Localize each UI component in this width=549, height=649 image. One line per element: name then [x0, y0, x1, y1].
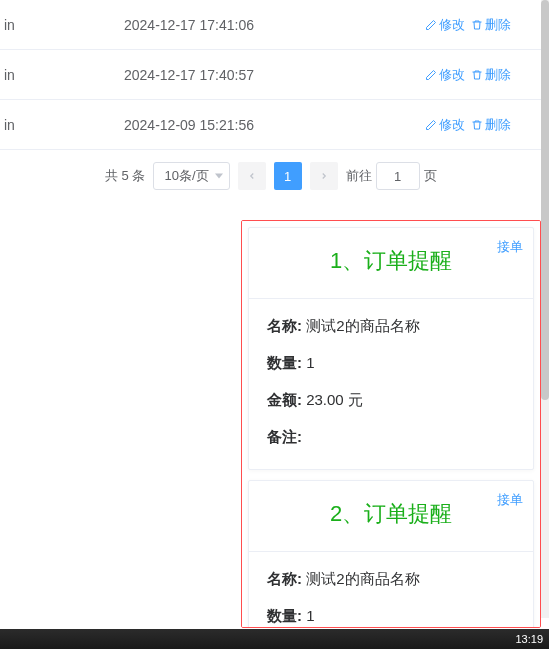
pagination: 共 5 条 10条/页 1 前往 页 — [105, 150, 549, 190]
field-value-qty: 1 — [306, 607, 314, 624]
jump-suffix: 页 — [424, 167, 437, 185]
cell-actions: 修改 删除 — [425, 16, 545, 34]
cell-left: in — [4, 67, 124, 83]
table-row: in 2024-12-09 15:21:56 修改 删除 — [0, 100, 549, 150]
edit-label: 修改 — [439, 16, 465, 34]
status-time: 13:19 — [515, 633, 543, 645]
delete-label: 删除 — [485, 16, 511, 34]
order-body: 名称: 测试2的商品名称 数量: 1 金额: 23.00 元 备注: — [249, 299, 533, 469]
cell-actions: 修改 删除 — [425, 116, 545, 134]
table-row: in 2024-12-17 17:41:06 修改 删除 — [0, 0, 549, 50]
field-value-qty: 1 — [306, 354, 314, 371]
delete-button[interactable]: 删除 — [471, 16, 511, 34]
delete-label: 删除 — [485, 116, 511, 134]
edit-button[interactable]: 修改 — [425, 116, 465, 134]
field-label-qty: 数量: — [267, 607, 302, 624]
cell-left: in — [4, 17, 124, 33]
delete-button[interactable]: 删除 — [471, 66, 511, 84]
order-notify-inner: 1、订单提醒 接单 名称: 测试2的商品名称 数量: 1 金额: 23.00 元… — [242, 221, 540, 628]
edit-label: 修改 — [439, 66, 465, 84]
field-label-name: 名称: — [267, 317, 302, 334]
cell-date: 2024-12-09 15:21:56 — [124, 117, 425, 133]
order-field-name: 名称: 测试2的商品名称 — [267, 570, 515, 589]
edit-icon — [425, 69, 437, 81]
status-bar: 13:19 — [0, 629, 549, 649]
table-row: in 2024-12-17 17:40:57 修改 删除 — [0, 50, 549, 100]
prev-page-button[interactable] — [238, 162, 266, 190]
data-table: in 2024-12-17 17:41:06 修改 删除 in 2024-12-… — [0, 0, 549, 150]
field-value-name: 测试2的商品名称 — [306, 317, 419, 334]
delete-button[interactable]: 删除 — [471, 116, 511, 134]
accept-order-button[interactable]: 接单 — [497, 491, 523, 509]
next-page-button[interactable] — [310, 162, 338, 190]
order-field-amount: 金额: 23.00 元 — [267, 391, 515, 410]
edit-button[interactable]: 修改 — [425, 16, 465, 34]
cell-left: in — [4, 117, 124, 133]
order-title: 2、订单提醒 — [330, 501, 452, 526]
order-notify-panel[interactable]: 1、订单提醒 接单 名称: 测试2的商品名称 数量: 1 金额: 23.00 元… — [241, 220, 541, 628]
order-title: 1、订单提醒 — [330, 248, 452, 273]
chevron-right-icon — [319, 171, 329, 181]
cell-date: 2024-12-17 17:41:06 — [124, 17, 425, 33]
cell-actions: 修改 删除 — [425, 66, 545, 84]
delete-label: 删除 — [485, 66, 511, 84]
edit-label: 修改 — [439, 116, 465, 134]
order-header: 1、订单提醒 接单 — [249, 228, 533, 299]
page-number-current[interactable]: 1 — [274, 162, 302, 190]
trash-icon — [471, 69, 483, 81]
page-size-label: 10条/页 — [164, 167, 208, 185]
order-field-remark: 备注: — [267, 428, 515, 447]
page-scrollbar-track[interactable] — [541, 0, 549, 618]
field-label-name: 名称: — [267, 570, 302, 587]
jump-prefix: 前往 — [346, 167, 372, 185]
cell-date: 2024-12-17 17:40:57 — [124, 67, 425, 83]
page-size-select[interactable]: 10条/页 — [153, 162, 229, 190]
accept-order-button[interactable]: 接单 — [497, 238, 523, 256]
order-header: 2、订单提醒 接单 — [249, 481, 533, 552]
jump-input[interactable] — [376, 162, 420, 190]
order-card: 2、订单提醒 接单 名称: 测试2的商品名称 数量: 1 — [248, 480, 534, 628]
field-label-qty: 数量: — [267, 354, 302, 371]
order-field-name: 名称: 测试2的商品名称 — [267, 317, 515, 336]
edit-icon — [425, 119, 437, 131]
edit-button[interactable]: 修改 — [425, 66, 465, 84]
field-label-remark: 备注: — [267, 428, 302, 445]
trash-icon — [471, 19, 483, 31]
edit-icon — [425, 19, 437, 31]
chevron-left-icon — [247, 171, 257, 181]
field-value-amount: 23.00 元 — [306, 391, 363, 408]
order-field-qty: 数量: 1 — [267, 607, 515, 626]
order-card: 1、订单提醒 接单 名称: 测试2的商品名称 数量: 1 金额: 23.00 元… — [248, 227, 534, 470]
page-scrollbar-thumb[interactable] — [541, 0, 549, 400]
field-label-amount: 金额: — [267, 391, 302, 408]
order-field-qty: 数量: 1 — [267, 354, 515, 373]
pagination-total: 共 5 条 — [105, 167, 145, 185]
trash-icon — [471, 119, 483, 131]
pagination-jump: 前往 页 — [346, 162, 437, 190]
field-value-name: 测试2的商品名称 — [306, 570, 419, 587]
order-body: 名称: 测试2的商品名称 数量: 1 — [249, 552, 533, 628]
